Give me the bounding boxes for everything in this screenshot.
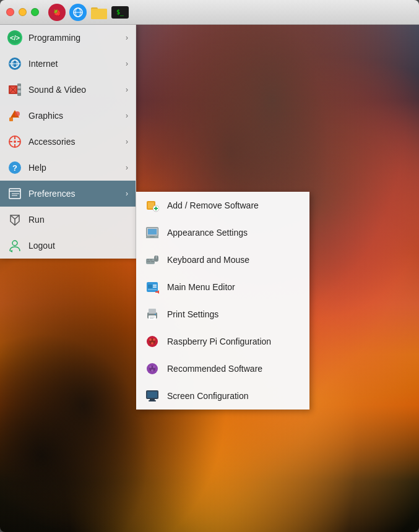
submenu-item-raspberry-config[interactable]: Raspberry Pi Configuration bbox=[136, 328, 309, 355]
titlebar: 🍓 bbox=[0, 0, 419, 25]
run-icon bbox=[7, 212, 22, 227]
programming-arrow: › bbox=[126, 33, 128, 42]
menu-item-programming[interactable]: </> Programming › bbox=[0, 25, 136, 51]
help-label: Help bbox=[28, 163, 119, 173]
internet-icon bbox=[7, 56, 22, 71]
programming-icon: </> bbox=[7, 30, 22, 45]
svg-text:?: ? bbox=[12, 163, 17, 173]
screen-config-label: Screen Configuration bbox=[167, 391, 249, 401]
keyboard-mouse-label: Keyboard and Mouse bbox=[167, 255, 249, 265]
browser-button[interactable] bbox=[69, 4, 87, 21]
minimize-button[interactable] bbox=[19, 8, 27, 16]
graphics-label: Graphics bbox=[28, 111, 119, 121]
svg-rect-20 bbox=[18, 90, 21, 93]
recommended-label: Recommended Software bbox=[167, 364, 262, 374]
svg-rect-80 bbox=[150, 399, 155, 400]
preferences-icon bbox=[7, 186, 22, 201]
menu-item-logout[interactable]: Logout bbox=[0, 233, 136, 259]
preferences-label: Preferences bbox=[28, 189, 119, 199]
svg-rect-46 bbox=[148, 229, 157, 234]
logout-icon bbox=[7, 238, 22, 253]
print-icon bbox=[145, 307, 160, 322]
svg-rect-50 bbox=[150, 259, 152, 260]
raspberry-menu-button[interactable]: 🍓 bbox=[48, 4, 66, 21]
svg-rect-67 bbox=[155, 314, 156, 315]
help-icon: ? bbox=[7, 160, 22, 175]
svg-rect-47 bbox=[150, 236, 155, 238]
svg-rect-18 bbox=[17, 84, 21, 96]
svg-point-71 bbox=[153, 338, 155, 341]
svg-rect-82 bbox=[147, 392, 157, 398]
svg-point-72 bbox=[151, 342, 153, 345]
internet-arrow: › bbox=[126, 59, 128, 68]
recommended-icon bbox=[145, 361, 160, 376]
svg-rect-58 bbox=[153, 286, 157, 288]
svg-rect-81 bbox=[149, 400, 156, 401]
primary-menu: </> Programming › bbox=[0, 25, 136, 259]
svg-rect-19 bbox=[18, 86, 21, 88]
terminal-button[interactable]: $_ bbox=[111, 4, 129, 21]
accessories-arrow: › bbox=[126, 137, 128, 146]
submenu-item-main-menu[interactable]: Main Menu Editor bbox=[136, 273, 309, 301]
svg-rect-66 bbox=[150, 318, 153, 319]
menu-item-help[interactable]: ? Help › bbox=[0, 155, 136, 181]
submenu-item-print[interactable]: Print Settings bbox=[136, 301, 309, 328]
submenu-item-keyboard-mouse[interactable]: Keyboard and Mouse bbox=[136, 246, 309, 273]
svg-rect-21 bbox=[9, 118, 13, 121]
raspberry-config-icon bbox=[145, 334, 160, 349]
add-remove-label: Add / Remove Software bbox=[167, 200, 259, 210]
main-menu-icon bbox=[145, 280, 160, 294]
svg-point-75 bbox=[149, 366, 152, 368]
menu-item-preferences[interactable]: Preferences › bbox=[0, 181, 136, 207]
svg-rect-65 bbox=[150, 317, 155, 317]
preferences-arrow: › bbox=[126, 189, 128, 198]
submenu-item-recommended[interactable]: Recommended Software bbox=[136, 355, 309, 382]
svg-point-37 bbox=[12, 241, 17, 246]
raspberry-config-label: Raspberry Pi Configuration bbox=[167, 337, 271, 346]
svg-rect-57 bbox=[153, 285, 157, 286]
screen-config-icon bbox=[145, 388, 160, 403]
svg-rect-51 bbox=[147, 261, 150, 262]
svg-point-22 bbox=[15, 111, 20, 116]
sound-video-icon bbox=[7, 82, 22, 97]
graphics-arrow: › bbox=[126, 111, 128, 120]
submenu-item-screen-config[interactable]: Screen Configuration bbox=[136, 382, 309, 410]
svg-rect-56 bbox=[148, 285, 152, 288]
terminal-icon: $_ bbox=[111, 6, 129, 19]
svg-rect-64 bbox=[149, 315, 156, 320]
svg-rect-63 bbox=[149, 309, 156, 314]
preferences-submenu: Add / Remove Software Appearance Settin bbox=[136, 192, 309, 410]
menu-item-graphics[interactable]: Graphics › bbox=[0, 103, 136, 129]
taskbar-icons: 🍓 bbox=[48, 4, 129, 21]
menu-item-internet[interactable]: Internet › bbox=[0, 51, 136, 77]
add-remove-icon bbox=[145, 198, 160, 213]
raspberry-icon: 🍓 bbox=[48, 4, 66, 21]
svg-text:</>: </> bbox=[10, 34, 20, 41]
logout-label: Logout bbox=[28, 241, 128, 251]
main-menu-label: Main Menu Editor bbox=[167, 282, 235, 292]
help-arrow: › bbox=[126, 163, 128, 172]
menu-item-sound-video[interactable]: Sound & Video › bbox=[0, 77, 136, 103]
appearance-label: Appearance Settings bbox=[167, 228, 248, 238]
sound-video-arrow: › bbox=[126, 85, 128, 94]
close-button[interactable] bbox=[6, 8, 14, 16]
svg-rect-52 bbox=[151, 261, 154, 262]
svg-rect-61 bbox=[155, 291, 158, 293]
svg-point-76 bbox=[153, 366, 155, 368]
svg-rect-49 bbox=[147, 259, 149, 260]
programming-label: Programming bbox=[28, 33, 119, 43]
window: 🍓 bbox=[0, 0, 419, 532]
keyboard-mouse-icon bbox=[145, 252, 160, 267]
maximize-button[interactable] bbox=[31, 8, 39, 16]
files-button[interactable] bbox=[90, 4, 108, 21]
svg-point-24 bbox=[14, 140, 16, 143]
menu-item-run[interactable]: Run bbox=[0, 207, 136, 233]
graphics-icon bbox=[7, 108, 22, 123]
menu-item-accessories[interactable]: Accessories › bbox=[0, 129, 136, 155]
accessories-label: Accessories bbox=[28, 137, 119, 147]
submenu-item-add-remove[interactable]: Add / Remove Software bbox=[136, 192, 309, 219]
desktop: </> Programming › bbox=[0, 25, 419, 532]
svg-rect-7 bbox=[91, 9, 107, 19]
svg-point-70 bbox=[149, 338, 152, 341]
submenu-item-appearance[interactable]: Appearance Settings bbox=[136, 219, 309, 246]
